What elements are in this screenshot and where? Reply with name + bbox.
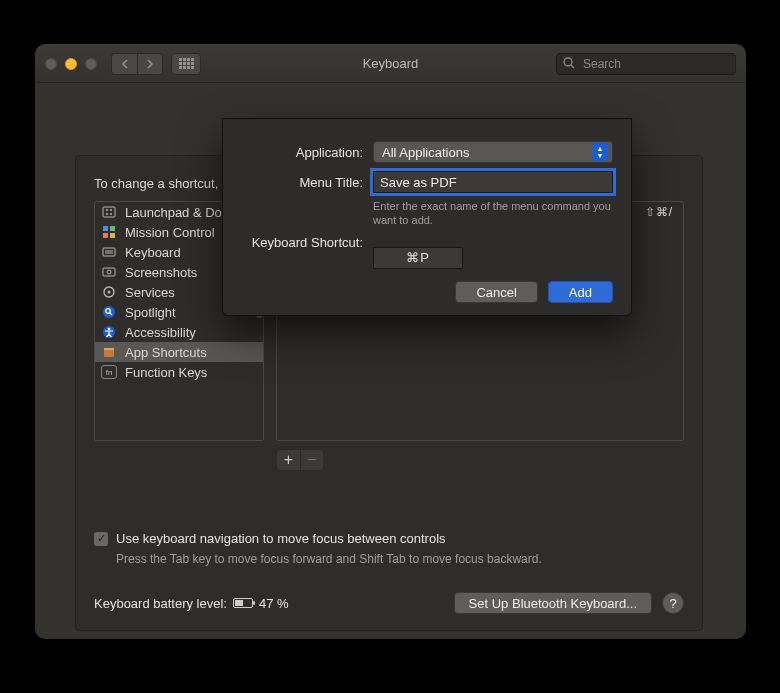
keyboard-icon xyxy=(101,244,117,260)
svg-rect-8 xyxy=(110,226,115,231)
cancel-button[interactable]: Cancel xyxy=(455,281,537,303)
category-label: App Shortcuts xyxy=(125,345,207,360)
svg-rect-14 xyxy=(103,268,115,276)
application-value: All Applications xyxy=(382,145,469,160)
category-label: Screenshots xyxy=(125,265,197,280)
category-label: Spotlight xyxy=(125,305,176,320)
screenshots-icon xyxy=(101,264,117,280)
window-controls xyxy=(45,58,97,70)
keyboard-nav-help: Press the Tab key to move focus forward … xyxy=(116,552,684,566)
svg-rect-11 xyxy=(103,248,115,256)
show-all-prefs-button[interactable] xyxy=(171,53,201,75)
app-shortcuts-icon xyxy=(101,344,117,360)
add-button[interactable]: Add xyxy=(548,281,613,303)
minimize-window-button[interactable] xyxy=(65,58,77,70)
category-label: Launchpad & Dock xyxy=(125,205,235,220)
launchpad-icon xyxy=(101,204,117,220)
category-label: Keyboard xyxy=(125,245,181,260)
svg-point-5 xyxy=(106,213,108,215)
menu-title-help: Enter the exact name of the menu command… xyxy=(373,199,613,227)
search-field-wrap xyxy=(556,53,736,75)
keyboard-nav-label: Use keyboard navigation to move focus be… xyxy=(116,531,446,546)
shortcut-keys: ⇧⌘/ xyxy=(645,205,673,219)
remove-shortcut-button[interactable]: − xyxy=(300,449,324,471)
footer: Keyboard battery level: 47 % Set Up Blue… xyxy=(94,592,684,614)
search-input[interactable] xyxy=(556,53,736,75)
svg-point-22 xyxy=(108,328,111,331)
svg-point-15 xyxy=(107,270,111,274)
forward-button[interactable] xyxy=(137,53,163,75)
help-button[interactable]: ? xyxy=(662,592,684,614)
svg-point-4 xyxy=(110,209,112,211)
svg-rect-10 xyxy=(110,233,115,238)
close-window-button[interactable] xyxy=(45,58,57,70)
grid-icon xyxy=(179,58,194,69)
zoom-window-button[interactable] xyxy=(85,58,97,70)
svg-rect-7 xyxy=(103,226,108,231)
category-item-function-keys[interactable]: fn Function Keys xyxy=(95,362,263,382)
back-button[interactable] xyxy=(111,53,137,75)
keyboard-nav-checkbox[interactable]: ✓ xyxy=(94,532,108,546)
svg-point-17 xyxy=(108,291,111,294)
battery-label: Keyboard battery level: xyxy=(94,596,227,611)
add-remove-buttons: + − xyxy=(276,449,684,471)
menu-title-label: Menu Title: xyxy=(241,175,363,190)
category-label: Accessibility xyxy=(125,325,196,340)
category-item-app-shortcuts[interactable]: App Shortcuts xyxy=(95,342,263,362)
accessibility-icon xyxy=(101,324,117,340)
category-label: Function Keys xyxy=(125,365,207,380)
nav-buttons xyxy=(111,53,163,75)
preferences-window: Keyboard To change a shortcut, select it… xyxy=(35,44,746,639)
application-select[interactable]: All Applications ▲▼ xyxy=(373,141,613,163)
select-stepper-icon: ▲▼ xyxy=(592,143,608,161)
keyboard-nav-checkbox-row: ✓ Use keyboard navigation to move focus … xyxy=(94,531,684,546)
svg-point-6 xyxy=(110,213,112,215)
menu-title-input[interactable] xyxy=(373,171,613,193)
battery-percent: 47 % xyxy=(259,596,289,611)
battery-icon xyxy=(233,596,253,611)
svg-point-3 xyxy=(106,209,108,211)
add-shortcut-button[interactable]: + xyxy=(276,449,300,471)
spotlight-icon xyxy=(101,304,117,320)
svg-rect-9 xyxy=(103,233,108,238)
svg-rect-24 xyxy=(104,348,114,350)
add-shortcut-sheet: Application: All Applications ▲▼ Menu Ti… xyxy=(222,118,632,316)
svg-rect-2 xyxy=(103,207,115,217)
function-keys-icon: fn xyxy=(101,365,117,379)
svg-point-18 xyxy=(103,306,115,318)
shortcut-label: Keyboard Shortcut: xyxy=(241,235,363,250)
category-item-accessibility[interactable]: Accessibility xyxy=(95,322,263,342)
mission-control-icon xyxy=(101,224,117,240)
category-label: Services xyxy=(125,285,175,300)
category-label: Mission Control xyxy=(125,225,215,240)
titlebar: Keyboard xyxy=(35,45,746,83)
application-label: Application: xyxy=(241,145,363,160)
shortcut-input[interactable] xyxy=(373,247,463,269)
services-icon xyxy=(101,284,117,300)
setup-bluetooth-button[interactable]: Set Up Bluetooth Keyboard... xyxy=(454,592,652,614)
